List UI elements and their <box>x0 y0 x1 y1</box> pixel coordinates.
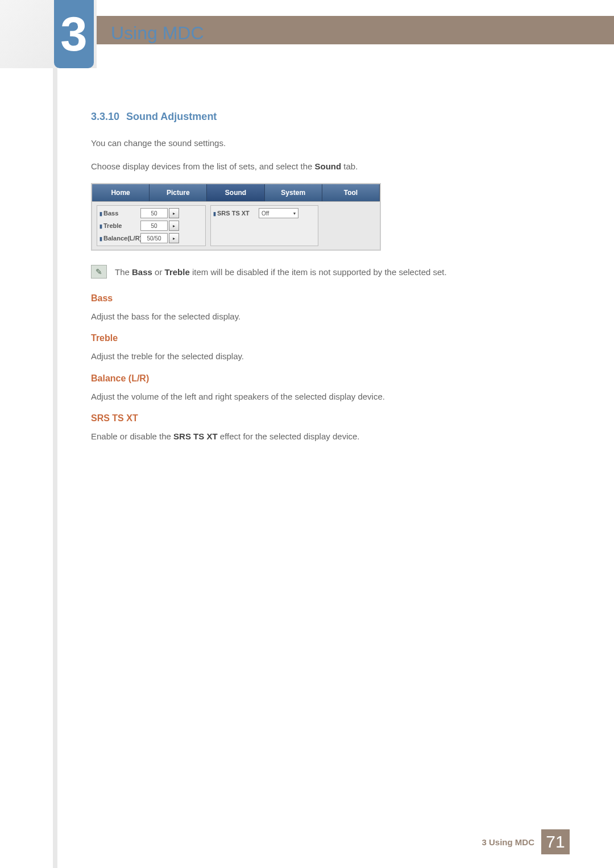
section-number: 3.3.10 <box>91 111 119 122</box>
page-number: 71 <box>541 829 570 854</box>
treble-row: Treble 50 ▸ <box>99 221 203 231</box>
footer-text: 3 Using MDC <box>482 837 534 847</box>
side-decoration <box>53 68 57 868</box>
bass-spinner[interactable]: ▸ <box>169 208 179 218</box>
treble-heading: Treble <box>91 333 534 343</box>
sound-controls-right: SRS TS XT Off ▾ <box>210 205 318 246</box>
chevron-down-icon: ▾ <box>293 211 296 216</box>
bass-row: Bass 50 ▸ <box>99 208 203 218</box>
tab-system[interactable]: System <box>265 184 322 201</box>
tab-home[interactable]: Home <box>92 184 150 201</box>
treble-spinner[interactable]: ▸ <box>169 221 179 231</box>
bass-label: Bass <box>99 210 140 217</box>
tab-tool[interactable]: Tool <box>322 184 380 201</box>
note: ✎ The Bass or Treble item will be disabl… <box>91 265 534 279</box>
footer: 3 Using MDC 71 <box>482 829 570 854</box>
treble-label: Treble <box>99 222 140 229</box>
sound-tab-screenshot: Home Picture Sound System Tool Bass 50 ▸… <box>91 183 381 251</box>
note-text: The Bass or Treble item will be disabled… <box>115 265 447 279</box>
srs-select[interactable]: Off ▾ <box>259 208 298 218</box>
balance-label: Balance(L/R) <box>99 235 140 242</box>
main-content: 3.3.10Sound Adjustment You can change th… <box>91 111 534 454</box>
balance-heading: Balance (L/R) <box>91 373 534 384</box>
srs-text: Enable or disable the SRS TS XT effect f… <box>91 430 534 443</box>
chapter-number-badge: 3 <box>54 0 94 68</box>
srs-row: SRS TS XT Off ▾ <box>213 208 316 218</box>
balance-spinner[interactable]: ▸ <box>169 233 179 243</box>
tab-sound[interactable]: Sound <box>207 184 264 201</box>
intro-text-1: You can change the sound settings. <box>91 137 534 150</box>
bass-input[interactable]: 50 <box>140 208 168 218</box>
balance-input[interactable]: 50/50 <box>140 233 168 243</box>
tab-picture[interactable]: Picture <box>150 184 207 201</box>
srs-label: SRS TS XT <box>213 210 259 217</box>
tab-bar: Home Picture Sound System Tool <box>92 184 380 201</box>
note-icon: ✎ <box>91 265 107 279</box>
treble-text: Adjust the treble for the selected displ… <box>91 350 534 363</box>
treble-input[interactable]: 50 <box>140 221 168 231</box>
chapter-title: Using MDC <box>111 23 204 44</box>
balance-text: Adjust the volume of the left and right … <box>91 391 534 404</box>
bass-text: Adjust the bass for the selected display… <box>91 310 534 323</box>
balance-row: Balance(L/R) 50/50 ▸ <box>99 233 203 243</box>
tab-body: Bass 50 ▸ Treble 50 ▸ Balance(L/R) 50/50… <box>92 201 380 250</box>
intro-text-2: Choose display devices from the list of … <box>91 160 534 173</box>
srs-heading: SRS TS XT <box>91 413 534 423</box>
section-title: Sound Adjustment <box>126 111 217 122</box>
bass-heading: Bass <box>91 293 534 304</box>
section-heading: 3.3.10Sound Adjustment <box>91 111 534 123</box>
sound-controls-left: Bass 50 ▸ Treble 50 ▸ Balance(L/R) 50/50… <box>97 205 206 246</box>
